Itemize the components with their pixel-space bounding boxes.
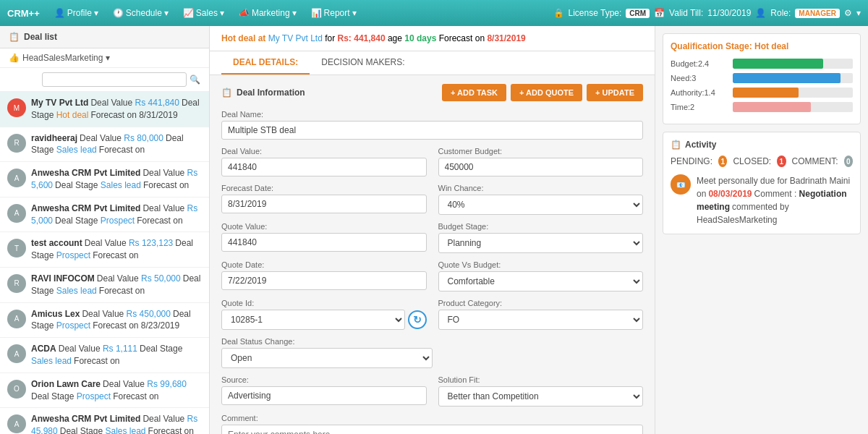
deal-status-select[interactable]: OpenClosed WonClosed Lost bbox=[221, 348, 433, 368]
settings-icon[interactable]: ⚙ bbox=[844, 8, 852, 18]
quote-date-input[interactable] bbox=[221, 271, 427, 290]
tab-decision-makers[interactable]: DECISION MAKERS: bbox=[310, 51, 416, 75]
comment-label: Comment: bbox=[221, 414, 643, 422]
deal-status-group: Deal Status Change: OpenClosed WonClosed… bbox=[221, 337, 643, 368]
solution-fit-group: Solution Fit: Better than CompetitionCom… bbox=[438, 375, 644, 407]
qual-bar-container bbox=[733, 102, 853, 112]
product-category-select[interactable]: FOOther bbox=[438, 310, 644, 330]
activity-badges: PENDING: 1 CLOSED: 1 COMMENT: 0 bbox=[671, 156, 853, 167]
deal-list-item[interactable]: T test account Deal Value Rs 123,123 Dea… bbox=[0, 232, 209, 268]
forecast-date-input[interactable] bbox=[221, 195, 427, 213]
quote-value-input[interactable] bbox=[221, 233, 427, 252]
deal-list-item[interactable]: M My TV Pvt Ltd Deal Value Rs 441,840 De… bbox=[0, 92, 209, 127]
win-chance-label: Win Chance: bbox=[438, 184, 644, 192]
sidebar-filter[interactable]: 👍 HeadSalesMarketing ▾ bbox=[0, 48, 209, 68]
deal-avatar: A bbox=[7, 344, 26, 363]
nav-schedule[interactable]: 🕐 Schedule ▾ bbox=[107, 5, 174, 21]
qual-bar-container bbox=[733, 88, 853, 98]
nav-report[interactable]: 📊 Report ▾ bbox=[305, 5, 362, 21]
source-input[interactable] bbox=[221, 386, 427, 405]
sidebar: 📋 Deal list 👍 HeadSalesMarketing ▾ 🔍 M M… bbox=[0, 26, 210, 434]
sidebar-header: 📋 Deal list bbox=[0, 26, 209, 48]
search-bar: 🔍 bbox=[0, 68, 209, 92]
quote-vs-budget-select[interactable]: ComfortableTight bbox=[438, 271, 644, 292]
deal-age: 10 days bbox=[404, 33, 436, 43]
deal-value-label: Deal Value: bbox=[221, 147, 427, 156]
win-chance-group: Win Chance: 40%20%60%80% bbox=[438, 184, 644, 215]
deal-list-item[interactable]: R ravidheeraj Deal Value Rs 80,000 Deal … bbox=[0, 127, 209, 163]
chevron-down-icon[interactable]: ▾ bbox=[856, 8, 861, 18]
deal-list-item[interactable]: A ACDA Deal Value Rs 1,111 Deal Stage Sa… bbox=[0, 338, 209, 373]
quote-vs-budget-label: Quote Vs Budget: bbox=[438, 260, 644, 269]
activity-header: 📋 Activity bbox=[671, 140, 853, 150]
quote-id-select[interactable]: 10285-1 bbox=[221, 310, 405, 330]
comment-count: 0 bbox=[844, 156, 853, 167]
deal-item-text: My TV Pvt Ltd Deal Value Rs 441,840 Deal… bbox=[31, 97, 202, 122]
qual-bar bbox=[733, 102, 811, 112]
deal-item-text: Anwesha CRM Pvt Limited Deal Value Rs 5,… bbox=[31, 167, 202, 192]
forecast-date-label: Forecast Date: bbox=[221, 184, 427, 192]
quote-date-label: Quote Date: bbox=[221, 260, 427, 269]
activity-item: 📧 Meet personally due for Badrinath Main… bbox=[671, 174, 853, 226]
qualification-stage: Hot deal bbox=[754, 41, 788, 51]
budget-stage-select[interactable]: PlanningApproved bbox=[438, 233, 644, 253]
win-chance-select[interactable]: 40%20%60%80% bbox=[438, 195, 644, 215]
deal-value-input[interactable] bbox=[221, 158, 427, 176]
deal-list-item[interactable]: A Amicus Lex Deal Value Rs 450,000 Deal … bbox=[0, 303, 209, 339]
comment-label: COMMENT: bbox=[792, 156, 838, 166]
deal-avatar: A bbox=[7, 169, 26, 187]
deal-amount: Rs: 441,840 bbox=[338, 33, 386, 43]
nav-marketing[interactable]: 📣 Marketing ▾ bbox=[233, 5, 302, 21]
add-task-button[interactable]: + ADD TASK bbox=[442, 84, 506, 101]
activity-avatar: 📧 bbox=[671, 174, 691, 195]
qual-label: Time:2 bbox=[671, 103, 728, 111]
chevron-down-icon: ▾ bbox=[94, 8, 98, 18]
deal-list-item[interactable]: O Orion Lawn Care Deal Value Rs 99,680 D… bbox=[0, 373, 209, 409]
qual-label: Need:3 bbox=[671, 74, 728, 82]
quote-vs-budget-group: Quote Vs Budget: ComfortableTight bbox=[438, 260, 644, 292]
deal-list-item[interactable]: A Anwesha CRM Pvt Limited Deal Value Rs … bbox=[0, 197, 209, 233]
marketing-icon: 📣 bbox=[239, 8, 250, 18]
activity-box: 📋 Activity PENDING: 1 CLOSED: 1 COMMENT:… bbox=[663, 132, 861, 234]
customer-budget-input[interactable] bbox=[438, 158, 644, 176]
schedule-icon: 🕐 bbox=[113, 8, 124, 18]
deal-company-link[interactable]: My TV Pvt Ltd bbox=[268, 33, 323, 43]
deal-tabs: DEAL DETAILS: DECISION MAKERS: bbox=[210, 51, 655, 75]
solution-fit-label: Solution Fit: bbox=[438, 375, 644, 384]
deal-item-text: RAVI INFOCOM Deal Value Rs 50,000 Deal S… bbox=[31, 273, 202, 297]
source-group: Source: bbox=[221, 375, 427, 407]
nav-sales[interactable]: 📈 Sales ▾ bbox=[177, 5, 230, 21]
qual-bar-container bbox=[733, 73, 853, 83]
chevron-down-icon: ▾ bbox=[292, 8, 297, 18]
budget-stage-group: Budget Stage: PlanningApproved bbox=[438, 222, 644, 253]
quote-id-action-button[interactable]: ↻ bbox=[408, 310, 427, 329]
chevron-down-icon: ▾ bbox=[164, 8, 169, 18]
solution-fit-select[interactable]: Better than CompetitionComparable bbox=[438, 386, 644, 407]
qual-bar bbox=[733, 73, 841, 83]
forecast-date-group: Forecast Date: bbox=[221, 184, 427, 215]
top-navigation: CRM++ 👤 Profile ▾ 🕐 Schedule ▾ 📈 Sales ▾… bbox=[0, 0, 868, 26]
qual-label: Authority:1.4 bbox=[671, 88, 728, 97]
deal-list-item[interactable]: A Anwesha CRM Pvt Limited Deal Value Rs … bbox=[0, 162, 209, 197]
comment-textarea[interactable] bbox=[221, 425, 643, 434]
nav-profile[interactable]: 👤 Profile ▾ bbox=[48, 5, 104, 21]
qualification-bar-row: Budget:2.4 bbox=[671, 59, 853, 69]
tab-deal-details[interactable]: DEAL DETAILS: bbox=[221, 51, 310, 75]
update-button[interactable]: + UPDATE bbox=[587, 84, 643, 101]
deal-section-header: 📋 Deal Information + ADD TASK + ADD QUOT… bbox=[221, 84, 643, 101]
deal-list-item[interactable]: R RAVI INFOCOM Deal Value Rs 50,000 Deal… bbox=[0, 268, 209, 303]
qual-label: Budget:2.4 bbox=[671, 59, 728, 68]
search-icon[interactable]: 🔍 bbox=[190, 75, 200, 85]
add-quote-button[interactable]: + ADD QUOTE bbox=[511, 84, 582, 101]
product-category-label: Product Category: bbox=[438, 299, 644, 307]
deal-name-label: Deal Name: bbox=[221, 110, 643, 119]
deal-name-input[interactable] bbox=[221, 121, 643, 140]
pending-count: 1 bbox=[718, 156, 727, 167]
logo: CRM++ bbox=[7, 8, 40, 19]
source-label: Source: bbox=[221, 375, 427, 384]
search-input[interactable] bbox=[42, 72, 187, 87]
calendar-icon: 📅 bbox=[654, 8, 665, 18]
activity-icon: 📋 bbox=[671, 140, 681, 150]
deal-list-item[interactable]: A Anwesha CRM Pvt Limited Deal Value Rs … bbox=[0, 408, 209, 434]
nav-right: 🔒 License Type: CRM 📅 Valid Till: 11/30/… bbox=[553, 8, 861, 18]
